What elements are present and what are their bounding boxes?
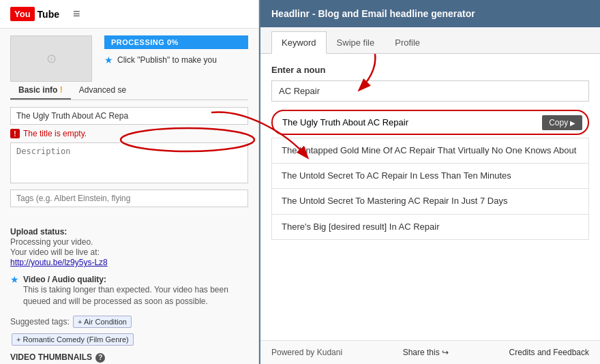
headlinr-title: Headlinr - Blog and Email headline gener…	[271, 8, 475, 19]
star-icon: ★	[104, 55, 113, 65]
keyword-input[interactable]	[271, 80, 589, 102]
headlinr-header: Headlinr - Blog and Email headline gener…	[260, 0, 600, 27]
result-item-5: There's Big [desired result] In AC Repai…	[271, 214, 589, 240]
thumbnails-label: VIDEO THUMBNAILS ?	[10, 352, 248, 363]
tag-pill-2[interactable]: + Romantic Comedy (Film Genre)	[12, 333, 134, 346]
upload-status-panel	[0, 250, 123, 264]
publish-notice: ★ Click "Publish" to make you	[104, 55, 248, 65]
question-badge[interactable]: ?	[95, 353, 105, 363]
results-list: The Ugly Truth About AC Repair Copy The …	[271, 110, 589, 240]
error-icon: !	[10, 129, 20, 138]
enter-noun-label: Enter a noun	[271, 65, 589, 75]
result-item-3: The Untold Secret To AC Repair In Less T…	[271, 163, 589, 188]
blue-star-icon: ★	[10, 274, 19, 285]
tab-advanced[interactable]: Advanced se	[71, 82, 134, 100]
upload-status-label: Upload status:	[10, 227, 67, 237]
processing-bar: PROCESSING 0%	[104, 35, 248, 49]
result-text-1: The Ugly Truth About AC Repair	[282, 117, 408, 127]
video-audio-text: This is taking longer than expected. You…	[23, 285, 228, 306]
youtube-header: You Tube ≡	[0, 0, 258, 29]
suggested-tags-label: Suggested tags:	[10, 317, 70, 327]
title-input[interactable]	[10, 107, 248, 125]
headlinr-body: Enter a noun The Ugly Truth About AC Rep…	[260, 54, 600, 340]
headlinr-tabs: Keyword Swipe file Profile	[260, 27, 600, 54]
result-item-2: The Untapped Gold Mine Of AC Repair That…	[271, 138, 589, 163]
result-text-2: The Untapped Gold Mine Of AC Repair That…	[282, 145, 576, 155]
youtube-logo: You Tube	[10, 7, 59, 21]
thumbnails-section: VIDEO THUMBNAILS ? Thumbnail selections …	[10, 352, 248, 364]
tab-profile[interactable]: Profile	[385, 31, 430, 53]
headlinr-panel: Headlinr - Blog and Email headline gener…	[259, 0, 600, 364]
tab-basic-info[interactable]: Basic info !	[10, 82, 71, 100]
powered-by-text: Powered by Kudani	[271, 348, 342, 357]
result-item-4: The Untold Secret To Mastering AC Repair…	[271, 188, 589, 213]
share-icon: ↪	[442, 348, 449, 357]
share-this-link[interactable]: Share this ↪	[403, 348, 449, 357]
video-thumbnail: ⊙	[10, 35, 92, 82]
youtube-tabs: Basic info ! Advanced se	[10, 82, 248, 100]
result-item-1: The Ugly Truth About AC Repair Copy	[271, 110, 589, 135]
result-text-5: There's Big [desired result] In AC Repai…	[282, 222, 440, 232]
result-text-4: The Untold Secret To Mastering AC Repair…	[282, 196, 507, 206]
tab-keyword[interactable]: Keyword	[271, 31, 327, 54]
credits-feedback-link[interactable]: Credits and Feedback	[509, 348, 589, 357]
youtube-logo-box: You	[10, 7, 35, 21]
suggested-tags-row: Suggested tags: + Air Condition	[10, 314, 248, 329]
copy-button-1[interactable]: Copy	[542, 115, 582, 130]
tag-pill-1[interactable]: + Air Condition	[73, 316, 132, 328]
upload-status-value: Processing your video.	[10, 237, 93, 247]
hamburger-icon[interactable]: ≡	[73, 7, 80, 21]
video-audio-label: Video / Audio quality:	[23, 275, 106, 284]
description-textarea[interactable]	[10, 142, 248, 183]
title-input-row	[10, 107, 248, 125]
video-audio-section: ★ Video / Audio quality: This is taking …	[10, 274, 248, 307]
tags-input[interactable]	[10, 189, 248, 207]
error-message: ! The title is empty.	[10, 129, 248, 138]
tab-swipefile[interactable]: Swipe file	[327, 31, 385, 53]
youtube-logo-text: Tube	[38, 9, 59, 20]
result-text-3: The Untold Secret To AC Repair In Less T…	[282, 170, 511, 181]
headlinr-footer: Powered by Kudani Share this ↪ Credits a…	[260, 340, 600, 364]
